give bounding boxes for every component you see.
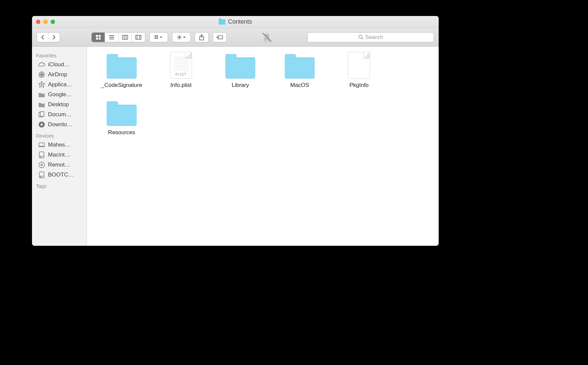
sidebar-item-bootcamp[interactable]: BOOTC…: [32, 170, 87, 180]
sidebar-item-label: Macint…: [48, 152, 83, 158]
sidebar-item-documents[interactable]: Docum…: [32, 110, 87, 120]
svg-point-52: [40, 177, 41, 178]
minimize-button[interactable]: [43, 20, 48, 24]
svg-rect-16: [157, 37, 158, 39]
cloud-icon: [38, 61, 45, 68]
window-title: Contents: [32, 18, 439, 25]
sidebar-item-laptop[interactable]: Mahes…: [32, 140, 87, 150]
close-button[interactable]: [36, 20, 40, 24]
svg-line-24: [178, 38, 178, 39]
sidebar-item-label: Downlo…: [48, 121, 83, 128]
svg-rect-13: [155, 35, 156, 37]
sidebar-item-applications[interactable]: Applica…: [32, 80, 87, 90]
sidebar-item-icloud[interactable]: iCloud…: [32, 60, 87, 70]
item-codesignature[interactable]: _CodeSignature: [92, 53, 151, 89]
tags-segment: [213, 32, 227, 42]
svg-line-25: [181, 36, 181, 36]
svg-point-49: [41, 164, 43, 166]
svg-point-47: [40, 157, 41, 158]
item-macos[interactable]: MacOS: [270, 53, 329, 89]
item-pkginfo[interactable]: PkgInfo: [330, 53, 388, 89]
automator-icon[interactable]: [260, 31, 274, 44]
content-area: _CodeSignature PLIST Info.plist Library: [87, 47, 439, 246]
maximize-button[interactable]: [51, 20, 55, 24]
svg-point-48: [39, 162, 45, 168]
sidebar-header-tags: Tags: [32, 180, 87, 190]
svg-rect-14: [157, 35, 158, 37]
svg-rect-3: [99, 38, 101, 40]
svg-rect-1: [99, 35, 101, 37]
view-list-button[interactable]: [105, 33, 118, 42]
desktop-icon: [38, 101, 45, 108]
view-gallery-button[interactable]: [132, 33, 145, 42]
share-button[interactable]: [195, 33, 208, 42]
sidebar-item-label: AirDrop: [48, 71, 83, 78]
airdrop-icon: [38, 71, 45, 78]
item-resources[interactable]: Resources: [92, 100, 151, 136]
svg-point-31: [267, 35, 268, 36]
item-info-plist[interactable]: PLIST Info.plist: [152, 53, 210, 89]
forward-button[interactable]: [48, 33, 60, 42]
svg-rect-2: [96, 38, 98, 40]
item-label: Resources: [108, 129, 135, 136]
arrange-segment: [149, 32, 168, 42]
hdd-icon: [38, 172, 45, 178]
sidebar: Favorites iCloud… AirDrop Applica…: [32, 47, 87, 246]
svg-rect-50: [39, 172, 44, 178]
view-columns-button[interactable]: [118, 33, 132, 42]
sidebar-item-label: Remot…: [48, 162, 83, 168]
action-segment: [172, 32, 191, 42]
sidebar-item-desktop[interactable]: Desktop: [32, 100, 87, 110]
item-label: MacOS: [290, 82, 309, 89]
sidebar-item-label: iCloud…: [48, 61, 83, 68]
folder-icon: [38, 91, 45, 98]
svg-line-23: [181, 38, 181, 39]
svg-rect-0: [96, 35, 98, 37]
item-label: Library: [232, 82, 249, 89]
sidebar-item-airdrop[interactable]: AirDrop: [32, 70, 87, 80]
file-icon: [348, 52, 370, 79]
finder-window: Contents: [32, 16, 439, 246]
search-field[interactable]: Search: [307, 32, 434, 42]
svg-rect-45: [39, 152, 44, 158]
toolbar: Search: [32, 28, 439, 47]
svg-rect-10: [136, 35, 141, 39]
window-controls: [36, 20, 55, 24]
back-button[interactable]: [37, 33, 48, 42]
item-label: Info.plist: [170, 82, 191, 89]
arrange-button[interactable]: [150, 33, 168, 42]
action-button[interactable]: [172, 33, 190, 42]
svg-rect-41: [40, 112, 44, 116]
svg-point-30: [266, 35, 267, 36]
sidebar-header-favorites: Favorites: [32, 49, 87, 60]
sidebar-item-macintosh-hd[interactable]: Macint…: [32, 150, 87, 160]
sidebar-item-google[interactable]: Google…: [32, 90, 87, 100]
folder-icon: [285, 57, 315, 79]
file-badge: PLIST: [176, 73, 187, 76]
sidebar-item-label: Mahes…: [48, 142, 83, 148]
svg-point-27: [218, 37, 219, 38]
titlebar: Contents: [32, 16, 439, 28]
folder-icon: [225, 57, 255, 79]
svg-point-34: [359, 35, 362, 38]
hdd-icon: [38, 152, 45, 158]
documents-icon: [38, 111, 45, 118]
sidebar-item-remote-disc[interactable]: Remot…: [32, 160, 87, 170]
search-placeholder: Search: [365, 34, 383, 41]
sidebar-item-label: Docum…: [48, 111, 83, 118]
svg-point-17: [178, 36, 180, 38]
nav-back-forward: [37, 32, 60, 42]
svg-line-35: [362, 38, 363, 39]
item-label: PkgInfo: [349, 82, 369, 89]
sidebar-item-downloads[interactable]: Downlo…: [32, 120, 87, 130]
svg-line-22: [178, 36, 178, 36]
disc-icon: [38, 162, 45, 168]
svg-rect-7: [122, 35, 128, 39]
folder-icon: [107, 57, 137, 79]
tags-button[interactable]: [213, 33, 226, 42]
sidebar-header-devices: Devices: [32, 130, 87, 140]
item-library[interactable]: Library: [211, 53, 270, 89]
folder-icon: [219, 19, 225, 25]
svg-rect-43: [39, 143, 44, 146]
view-icon-button[interactable]: [92, 33, 105, 42]
